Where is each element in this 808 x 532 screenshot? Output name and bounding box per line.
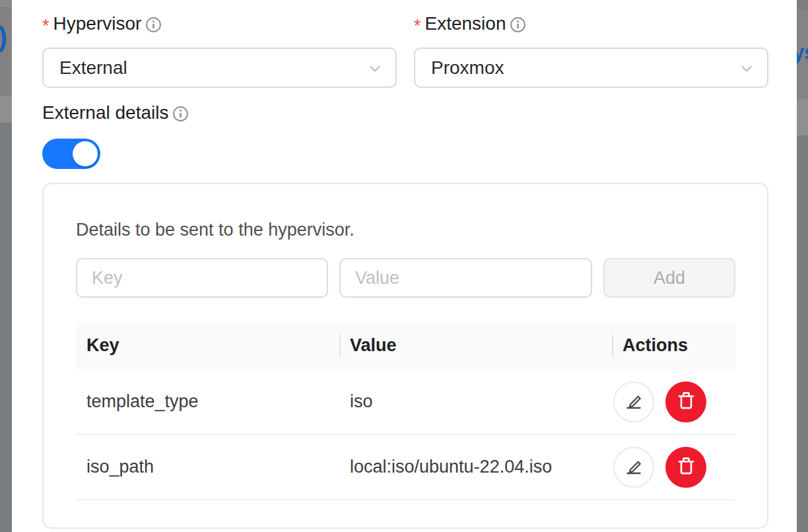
- background-page-left-edge: ): [0, 0, 12, 532]
- modal-sheet: * Hypervisor External * Extension Proxmo…: [12, 0, 797, 532]
- row-key-cell: template_type: [76, 391, 339, 412]
- table-header-value: Value: [339, 335, 612, 356]
- background-partial-link: ys: [797, 41, 808, 65]
- add-button-label: Add: [654, 268, 685, 288]
- row-actions-cell: [612, 447, 735, 488]
- table-row: template_type iso: [76, 370, 735, 435]
- hypervisor-label: * Hypervisor: [42, 11, 162, 37]
- row-value-cell: local:iso/ubuntu-22.04.iso: [339, 457, 612, 477]
- table-header-actions: Actions: [612, 335, 735, 356]
- pencil-edit-icon: [623, 390, 644, 413]
- trash-delete-icon: [676, 455, 696, 479]
- key-input[interactable]: [76, 258, 328, 298]
- table-header-row: Key Value Actions: [76, 321, 735, 370]
- pencil-edit-icon: [623, 455, 644, 479]
- trash-delete-icon: [676, 390, 696, 414]
- external-details-panel: Details to be sent to the hypervisor. Ad…: [42, 183, 768, 529]
- table-row: iso_path local:iso/ubuntu-22.04.iso: [76, 435, 735, 500]
- extension-label-text: Extension: [425, 13, 506, 34]
- required-asterisk: *: [414, 16, 421, 36]
- delete-button[interactable]: [665, 382, 706, 422]
- header-separator: [612, 335, 613, 356]
- toggle-knob: [73, 141, 98, 166]
- delete-button[interactable]: [665, 447, 706, 488]
- screen: ) ys * Hypervisor External * Extension: [0, 0, 808, 532]
- value-input[interactable]: [339, 258, 592, 298]
- info-circle-icon[interactable]: [510, 17, 526, 33]
- hypervisor-label-text: Hypervisor: [53, 13, 142, 34]
- add-button[interactable]: Add: [603, 258, 735, 298]
- external-details-toggle[interactable]: [42, 139, 100, 169]
- external-details-label-text: External details: [42, 102, 168, 123]
- extension-label: * Extension: [414, 11, 526, 37]
- row-value-cell: iso: [339, 391, 612, 412]
- hypervisor-select-value: External: [59, 57, 127, 79]
- extension-select[interactable]: Proxmox: [414, 48, 768, 88]
- background-page-right-edge: ys: [797, 0, 808, 532]
- extension-select-value: Proxmox: [431, 57, 504, 79]
- panel-description: Details to be sent to the hypervisor.: [76, 220, 354, 240]
- chevron-down-icon: [738, 60, 755, 82]
- info-circle-icon[interactable]: [172, 106, 189, 122]
- table-header-key: Key: [76, 335, 339, 356]
- details-table: Key Value Actions template_type iso: [76, 321, 735, 500]
- row-actions-cell: [612, 382, 735, 422]
- background-partial-text: ): [0, 21, 7, 53]
- row-key-cell: iso_path: [76, 457, 339, 477]
- info-circle-icon[interactable]: [145, 17, 162, 33]
- chevron-down-icon: [366, 60, 384, 82]
- hypervisor-select[interactable]: External: [42, 48, 397, 88]
- header-separator: [339, 335, 341, 356]
- edit-button[interactable]: [613, 382, 654, 422]
- required-asterisk: *: [42, 16, 50, 36]
- edit-button[interactable]: [613, 447, 654, 488]
- external-details-label: External details: [42, 100, 189, 126]
